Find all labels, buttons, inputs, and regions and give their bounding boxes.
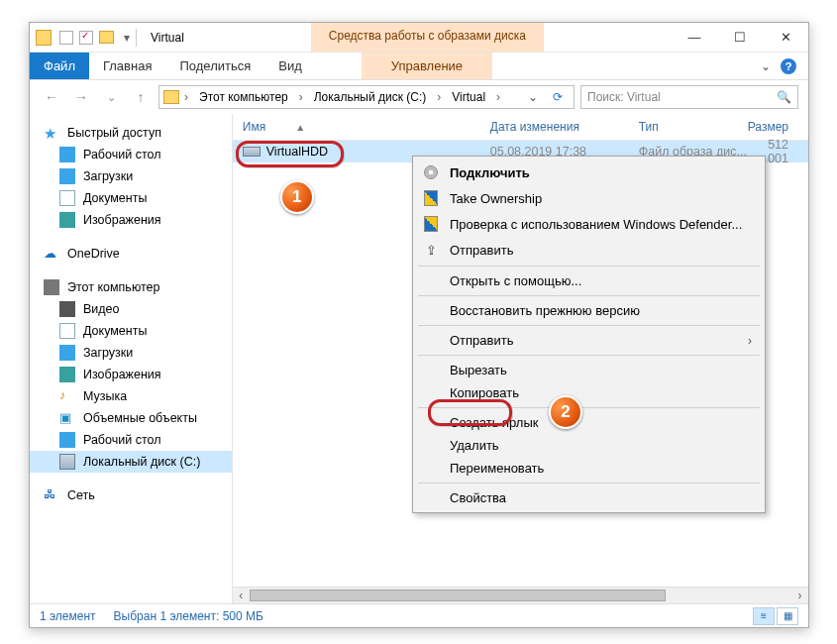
tab-view[interactable]: Вид: [264, 53, 316, 79]
nav-label: Локальный диск (C:): [83, 455, 200, 469]
downloads-icon: [59, 168, 75, 184]
nav-label: Загрузки: [83, 346, 133, 360]
ctx-separator: [418, 483, 760, 483]
pc-icon: [44, 279, 59, 295]
share-icon: ⇪: [422, 241, 440, 259]
folder-icon: [163, 90, 179, 104]
tab-file[interactable]: Файл: [30, 53, 89, 79]
maximize-button[interactable]: ☐: [717, 23, 763, 52]
cube-icon: ▣: [59, 410, 75, 426]
chevron-right-icon: ›: [748, 334, 752, 348]
nav-recent[interactable]: ⌄: [99, 85, 123, 109]
nav-videos[interactable]: Видео: [30, 298, 232, 320]
file-name: VirtualHDD: [266, 145, 328, 159]
disk-image-icon: [243, 147, 261, 157]
chevron-right-icon[interactable]: ›: [493, 90, 503, 104]
quick-access-toolbar: ▾: [59, 31, 130, 45]
nav-pictures[interactable]: Изображения: [30, 209, 232, 231]
refresh-icon[interactable]: ⟳: [546, 90, 570, 104]
cloud-icon: ☁: [44, 246, 59, 262]
nav-desktop2[interactable]: Рабочий стол: [30, 429, 232, 451]
ctx-label: Восстановить прежнюю версию: [450, 303, 640, 318]
ctx-share[interactable]: ⇪ Отправить: [416, 237, 762, 263]
tab-home[interactable]: Главная: [89, 53, 165, 79]
nav-pictures2[interactable]: Изображения: [30, 364, 232, 385]
crumb-disk-c[interactable]: Локальный диск (C:): [308, 88, 433, 106]
search-input[interactable]: Поиск: Virtual 🔍: [580, 85, 798, 109]
ctx-label: Открыть с помощью...: [450, 273, 581, 288]
column-type[interactable]: Тип: [629, 120, 738, 134]
qat-item-checked[interactable]: [79, 31, 93, 45]
ctx-separator: [418, 325, 760, 326]
scroll-thumb[interactable]: [250, 590, 666, 601]
ctx-restore-previous[interactable]: Восстановить прежнюю версию: [416, 299, 762, 322]
address-bar: ← → ⌄ ↑ › Этот компьютер › Локальный дис…: [30, 80, 808, 114]
chevron-right-icon[interactable]: ›: [296, 90, 306, 104]
nav-label: Изображения: [83, 213, 161, 227]
nav-music[interactable]: ♪Музыка: [30, 385, 232, 407]
nav-documents[interactable]: Документы: [30, 187, 232, 209]
qat-overflow[interactable]: ▾: [124, 31, 130, 45]
ctx-label: Take Ownership: [450, 191, 542, 206]
breadcrumb-dropdown[interactable]: ⌄: [522, 90, 544, 104]
nav-back[interactable]: ←: [40, 85, 63, 109]
ctx-properties[interactable]: Свойства: [416, 486, 762, 509]
chevron-right-icon[interactable]: ›: [181, 90, 191, 104]
view-icons-button[interactable]: ▦: [777, 607, 798, 625]
qat-item[interactable]: [59, 31, 73, 45]
nav-downloads[interactable]: Загрузки: [30, 165, 232, 187]
minimize-button[interactable]: —: [672, 23, 717, 52]
nav-label: Объемные объекты: [83, 411, 197, 425]
horizontal-scrollbar[interactable]: ‹ ›: [233, 587, 808, 603]
status-item-count: 1 элемент: [40, 609, 96, 623]
nav-desktop[interactable]: Рабочий стол: [30, 144, 232, 165]
nav-forward[interactable]: →: [69, 85, 93, 109]
crumb-virtual[interactable]: Virtual: [446, 88, 491, 106]
search-placeholder: Поиск: Virtual: [587, 90, 661, 104]
scroll-left-icon[interactable]: ‹: [233, 589, 250, 602]
breadcrumb[interactable]: › Этот компьютер › Локальный диск (C:) ›…: [158, 85, 575, 109]
scroll-right-icon[interactable]: ›: [791, 589, 808, 602]
help-icon[interactable]: ?: [781, 58, 796, 74]
tab-share[interactable]: Поделиться: [165, 53, 264, 79]
close-button[interactable]: ✕: [763, 23, 808, 52]
ribbon-expand[interactable]: ⌄: [761, 59, 771, 73]
column-headers: Имя ▲ Дата изменения Тип Размер: [233, 114, 808, 141]
folder-icon: [99, 31, 114, 44]
nav-this-pc[interactable]: Этот компьютер: [30, 276, 232, 298]
ctx-delete[interactable]: Удалить: [416, 434, 762, 457]
ctx-defender-scan[interactable]: Проверка с использованием Windows Defend…: [416, 211, 762, 237]
tab-manage[interactable]: Управление: [362, 53, 492, 79]
ctx-mount[interactable]: Подключить: [416, 160, 762, 185]
column-date[interactable]: Дата изменения: [480, 120, 629, 134]
ctx-open-with[interactable]: Открыть с помощью...: [416, 269, 762, 292]
ctx-label: Вырезать: [450, 363, 507, 377]
folder-icon: [36, 30, 52, 46]
search-icon: 🔍: [777, 90, 791, 104]
shield-icon: [424, 190, 438, 206]
ctx-rename[interactable]: Переименовать: [416, 457, 762, 480]
column-size[interactable]: Размер: [738, 120, 808, 134]
nav-network[interactable]: 🖧Сеть: [30, 484, 232, 506]
ctx-label: Копировать: [450, 385, 519, 400]
ctx-separator: [418, 295, 760, 296]
title-bar: ▾ Virtual Средства работы с образами дис…: [30, 23, 808, 53]
ctx-copy[interactable]: Копировать: [416, 381, 762, 404]
nav-onedrive[interactable]: ☁OneDrive: [30, 243, 232, 265]
nav-local-disk[interactable]: Локальный диск (C:): [30, 451, 232, 473]
column-name[interactable]: Имя ▲: [233, 120, 480, 134]
crumb-this-pc[interactable]: Этот компьютер: [193, 88, 294, 106]
ctx-shortcut[interactable]: Создать ярлык: [416, 411, 762, 434]
nav-3d-objects[interactable]: ▣Объемные объекты: [30, 407, 232, 429]
ctx-label: Удалить: [450, 438, 499, 453]
nav-quick-access[interactable]: ★ Быстрый доступ: [30, 122, 232, 144]
ctx-take-ownership[interactable]: Take Ownership: [416, 185, 762, 211]
view-details-button[interactable]: ≡: [753, 607, 775, 625]
chevron-right-icon[interactable]: ›: [434, 90, 444, 104]
nav-downloads2[interactable]: Загрузки: [30, 342, 232, 364]
nav-documents2[interactable]: Документы: [30, 320, 232, 342]
nav-up[interactable]: ↑: [129, 85, 153, 109]
star-icon: ★: [44, 125, 59, 141]
ctx-cut[interactable]: Вырезать: [416, 359, 762, 381]
ctx-send-to[interactable]: Отправить ›: [416, 329, 762, 352]
